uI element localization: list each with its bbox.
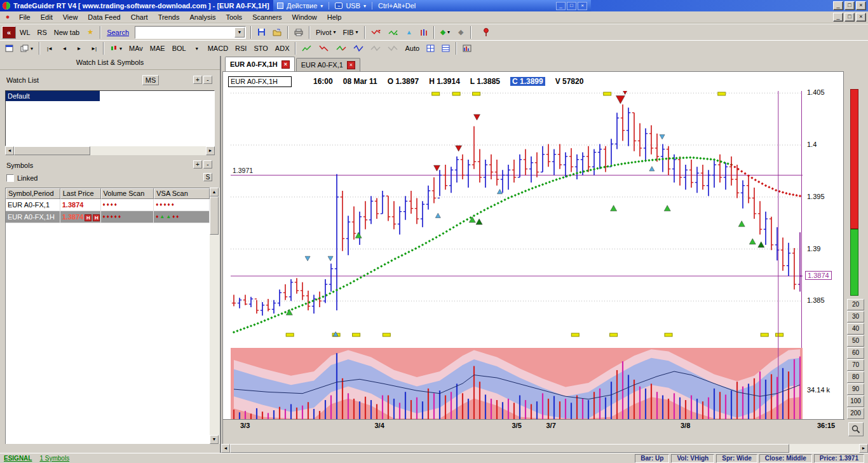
vm-ctrl-alt-del-button[interactable]: Ctrl+Alt+Del xyxy=(378,2,416,10)
vm-close-button[interactable]: × xyxy=(578,2,587,10)
copy-layout-button[interactable]: ▾ xyxy=(17,42,36,55)
scroll-up-icon[interactable]: ▲ xyxy=(210,188,219,197)
minimize-button[interactable]: _ xyxy=(833,1,843,10)
menu-item-tools[interactable]: Tools xyxy=(220,12,247,22)
menu-item-help[interactable]: Help xyxy=(322,12,347,22)
menu-item-window[interactable]: Window xyxy=(287,12,322,22)
last-bar-button[interactable]: ►| xyxy=(86,42,100,55)
uptrend-tool[interactable] xyxy=(299,42,315,55)
watch-list-button[interactable]: WL xyxy=(17,26,34,39)
scale-button-30[interactable]: 30 xyxy=(847,311,864,322)
menu-item-edit[interactable]: Edit xyxy=(36,12,58,22)
chart-style-button[interactable]: ▾ xyxy=(107,42,125,55)
mae-button[interactable]: MAE xyxy=(147,42,168,55)
scale-button-100[interactable]: 100 xyxy=(847,396,864,407)
sto-button[interactable]: STO xyxy=(250,42,271,55)
symbols-v-scrollbar[interactable]: ▲ ▼ xyxy=(210,188,220,444)
column-header[interactable]: Last Price xyxy=(60,188,101,199)
next-bar-button[interactable]: ► xyxy=(72,42,86,55)
swing-tool[interactable] xyxy=(350,42,367,55)
triangle-marker-tool[interactable]: ▲ xyxy=(402,26,416,39)
first-bar-button[interactable]: |◄ xyxy=(43,42,57,55)
vm-action-menu[interactable]: Действие xyxy=(287,2,317,10)
scroll-left-icon[interactable]: ◄ xyxy=(221,444,230,453)
column-header[interactable]: Volume Scan xyxy=(101,188,154,199)
mav-button[interactable]: MAv xyxy=(126,42,146,55)
scrollbar-thumb[interactable] xyxy=(14,146,90,155)
grid-view-button[interactable] xyxy=(423,42,438,55)
watch-list-item[interactable]: Default xyxy=(6,91,100,101)
tab-close-icon[interactable]: × xyxy=(281,60,290,69)
zoom-button[interactable] xyxy=(848,422,864,436)
grid-view-2-button[interactable] xyxy=(438,42,453,55)
menu-item-trends[interactable]: Trends xyxy=(153,12,185,22)
symbol-combobox[interactable]: ▼ xyxy=(135,26,246,39)
volume-panel[interactable] xyxy=(231,348,803,419)
chart-canvas[interactable]: EUR A0-FX,1H 16:0008 Mar 11O 1.3897H 1.3… xyxy=(222,71,844,444)
vm-minimize-button[interactable]: _ xyxy=(556,2,566,10)
scroll-right-icon[interactable]: ► xyxy=(859,444,868,453)
scale-button-50[interactable]: 50 xyxy=(847,335,864,347)
scale-button-60[interactable]: 60 xyxy=(847,347,864,359)
save-button[interactable] xyxy=(254,26,269,39)
bars-tool[interactable] xyxy=(417,26,431,39)
watchlist-h-scrollbar[interactable]: ◄ ► xyxy=(5,146,215,155)
restore-button[interactable]: □ xyxy=(844,1,855,10)
rs-button[interactable]: RS xyxy=(34,26,50,39)
macd-button[interactable]: MACD xyxy=(205,42,231,55)
prev-bar-button[interactable]: ◄ xyxy=(57,42,71,55)
s-button[interactable]: S xyxy=(203,173,212,181)
histogram-button[interactable] xyxy=(459,42,475,55)
new-tab-button[interactable]: New tab xyxy=(51,26,83,39)
menu-item-analysis[interactable]: Analysis xyxy=(184,12,220,22)
chart-h-scrollbar[interactable]: ◄ ► xyxy=(221,444,868,453)
close-button[interactable]: × xyxy=(856,1,866,10)
add-symbol-button[interactable]: + xyxy=(193,160,202,169)
print-button[interactable] xyxy=(291,26,306,39)
scale-button-40[interactable]: 40 xyxy=(847,323,864,335)
search-link[interactable]: Search xyxy=(104,29,132,36)
remove-symbol-button[interactable]: - xyxy=(203,160,212,169)
menu-item-scanners[interactable]: Scanners xyxy=(247,12,287,22)
remove-watchlist-button[interactable]: - xyxy=(203,76,212,84)
column-header[interactable]: Symbol,Period xyxy=(6,188,60,199)
vm-usb-menu[interactable]: USB xyxy=(346,2,360,10)
scroll-down-icon[interactable]: ▼ xyxy=(210,435,219,444)
linked-checkbox[interactable] xyxy=(6,174,14,182)
diamond-indicator-button[interactable]: ◆ ▾ xyxy=(437,26,453,39)
price-chart[interactable]: 1.3971 xyxy=(231,91,803,348)
column-header[interactable]: VSA Scan xyxy=(154,188,210,199)
trend-signal-tool[interactable] xyxy=(385,26,402,39)
symbol-box[interactable]: EUR A0-FX,1H xyxy=(228,76,292,87)
symbol-row[interactable]: EUR A0-FX,11.3874♦♦♦♦♦♦♦♦♦ xyxy=(6,199,210,211)
fib-button[interactable]: FIB ▾ xyxy=(339,26,361,39)
symbols-table-header[interactable]: Symbol,PeriodLast PriceVolume ScanVSA Sc… xyxy=(6,188,210,199)
scale-button-20[interactable]: 20 xyxy=(847,299,864,310)
indicator-dropdown-button[interactable]: ▾ xyxy=(190,42,204,55)
scroll-left-icon[interactable]: ◄ xyxy=(5,146,14,155)
adx-button[interactable]: ADX xyxy=(272,42,293,55)
menu-item-data-feed[interactable]: Data Feed xyxy=(83,12,125,22)
star-icon[interactable]: ★ xyxy=(83,26,97,39)
scan-markers-tool[interactable] xyxy=(368,26,384,39)
auto-button[interactable]: Auto xyxy=(402,42,423,55)
mdi-restore-button[interactable]: □ xyxy=(844,13,855,22)
ms-button[interactable]: MS xyxy=(142,75,159,85)
scale-button-70[interactable]: 70 xyxy=(847,359,864,371)
mdi-close-button[interactable]: × xyxy=(856,13,866,22)
scale-button-200[interactable]: 200 xyxy=(847,408,864,419)
menu-item-chart[interactable]: Chart xyxy=(126,12,153,22)
menu-item-file[interactable]: File xyxy=(14,12,36,22)
scale-button-90[interactable]: 90 xyxy=(847,384,864,395)
chart-tab[interactable]: EUR A0-FX,1H× xyxy=(225,57,295,71)
bol-button[interactable]: BOL xyxy=(169,42,189,55)
mixed-trend-tool[interactable] xyxy=(333,42,349,55)
tab-close-icon[interactable]: × xyxy=(347,61,355,69)
scale-button-80[interactable]: 80 xyxy=(847,371,864,383)
back-button[interactable]: « xyxy=(2,26,16,39)
watch-list-box[interactable]: Default xyxy=(5,90,215,146)
pin-chart-button[interactable] xyxy=(479,26,493,39)
symbol-row[interactable]: EUR A0-FX,1H1.3874HH♦♦♦♦♦♦▲▲♦♦ xyxy=(6,211,210,223)
vm-restore-button[interactable]: □ xyxy=(567,2,576,10)
layout-button[interactable] xyxy=(2,42,17,55)
